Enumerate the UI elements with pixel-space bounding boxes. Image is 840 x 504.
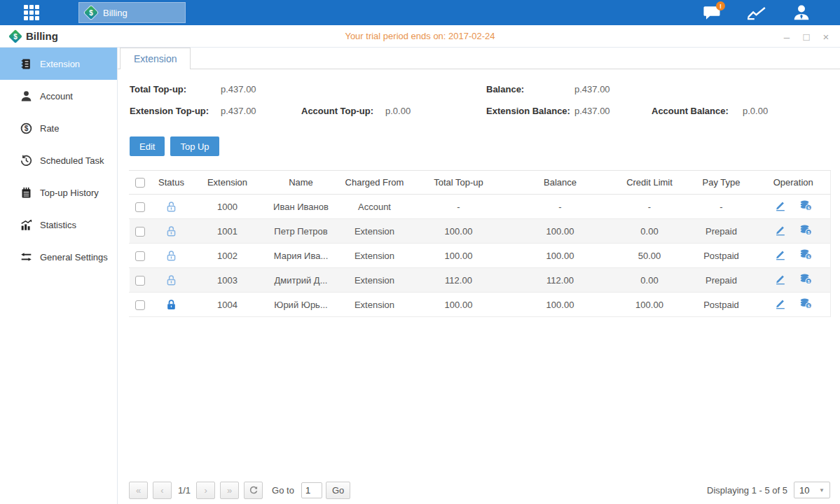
status-lock-icon	[165, 249, 177, 260]
account-topup-label: Account Top-up:	[301, 106, 373, 116]
taskbar-tab-billing[interactable]: $ Billing	[78, 2, 186, 23]
svg-text:$: $	[808, 254, 811, 259]
cell-name: Юрий Юрь...	[263, 293, 340, 317]
statistics-topbar-icon[interactable]	[746, 4, 767, 22]
sidebar-item-general-settings[interactable]: General Settings	[0, 241, 117, 273]
svg-text:$: $	[25, 125, 29, 132]
row-checkbox[interactable]	[135, 251, 145, 261]
cell-total-topup: 100.00	[410, 219, 508, 244]
column-header-operation: Operation	[757, 171, 831, 195]
cell-name: Иван Иванов	[263, 195, 340, 219]
extension-icon	[20, 58, 32, 70]
sidebar-item-rate[interactable]: $ Rate	[0, 112, 117, 144]
statistics-icon	[20, 219, 32, 231]
cell-charged-from: Extension	[340, 268, 410, 293]
cell-extension: 1003	[193, 268, 263, 293]
user-account-icon[interactable]	[791, 4, 812, 22]
cell-balance: -	[508, 195, 613, 219]
column-header-pay-type: Pay Type	[687, 171, 757, 195]
sidebar-item-statistics[interactable]: Statistics	[0, 209, 117, 241]
taskbar-tab-label: Billing	[103, 8, 128, 18]
account-balance-label: Account Balance:	[652, 106, 729, 116]
cell-pay-type: Prepaid	[687, 268, 757, 293]
close-icon[interactable]: ×	[820, 31, 832, 43]
tab-extension[interactable]: Extension	[120, 48, 191, 69]
topup-row-icon[interactable]: $	[799, 224, 812, 236]
cell-balance: 100.00	[508, 244, 613, 268]
edit-row-icon[interactable]	[774, 298, 787, 309]
next-page-button[interactable]: ›	[196, 482, 215, 499]
apps-grid-icon[interactable]	[24, 5, 49, 20]
minimize-icon[interactable]: –	[781, 31, 792, 43]
select-all-checkbox[interactable]	[135, 178, 145, 188]
topup-row-icon[interactable]: $	[799, 298, 812, 309]
extension-topup-value: p.437.00	[221, 106, 256, 116]
sidebar-item-topup-history[interactable]: Top-up History	[0, 176, 117, 209]
extension-table-body: 1000 Иван Иванов Account - - - -	[130, 195, 831, 317]
edit-row-icon[interactable]	[774, 273, 787, 285]
column-header-balance: Balance	[508, 171, 613, 195]
cell-credit-limit: 0.00	[613, 219, 687, 244]
refresh-button[interactable]	[244, 482, 263, 499]
sidebar-item-label: Scheduled Task	[40, 155, 104, 166]
page-size-select[interactable]: 10 ▼	[794, 482, 830, 498]
extension-balance-label: Extension Balance:	[486, 106, 570, 116]
edit-row-icon[interactable]	[774, 200, 787, 211]
goto-label: Go to	[272, 485, 294, 496]
svg-text:$: $	[808, 303, 811, 308]
row-checkbox[interactable]	[135, 227, 145, 237]
topup-row-icon[interactable]: $	[799, 273, 812, 285]
cell-extension: 1002	[193, 244, 263, 268]
last-page-button[interactable]: »	[220, 482, 239, 499]
cell-total-topup: 100.00	[410, 293, 508, 317]
cell-charged-from: Extension	[340, 293, 410, 317]
scheduled-task-icon	[20, 155, 32, 167]
first-page-button[interactable]: «	[129, 482, 148, 499]
cell-balance: 100.00	[508, 293, 613, 317]
table-header-row: Status Extension Name Charged From Total…	[130, 171, 831, 195]
row-checkbox[interactable]	[135, 276, 145, 286]
cell-pay-type: Postpaid	[687, 293, 757, 317]
tab-strip: Extension	[118, 48, 840, 69]
balance-label: Balance:	[486, 84, 524, 94]
edit-button[interactable]: Edit	[130, 136, 165, 156]
status-lock-icon	[165, 274, 177, 284]
cell-pay-type: -	[687, 195, 757, 219]
topup-row-icon[interactable]: $	[799, 200, 812, 211]
maximize-icon[interactable]: □	[801, 31, 812, 43]
cell-credit-limit: 100.00	[613, 293, 687, 317]
account-topup-value: p.0.00	[385, 106, 411, 116]
extension-topup-label: Extension Top-up:	[130, 106, 209, 116]
row-checkbox[interactable]	[135, 300, 145, 310]
goto-page-input[interactable]	[301, 482, 322, 498]
topup-history-icon	[20, 187, 32, 199]
cell-pay-type: Prepaid	[687, 219, 757, 244]
cell-name: Петр Петров	[263, 219, 340, 244]
cell-credit-limit: 50.00	[613, 244, 687, 268]
cell-extension: 1000	[193, 195, 263, 219]
edit-row-icon[interactable]	[774, 224, 787, 236]
row-checkbox[interactable]	[135, 202, 145, 212]
sidebar-item-label: Account	[40, 91, 73, 102]
total-topup-label: Total Top-up:	[130, 84, 186, 94]
status-lock-icon	[165, 298, 177, 309]
column-header-credit-limit: Credit Limit	[613, 171, 687, 195]
topup-row-icon[interactable]: $	[799, 248, 812, 260]
cell-balance: 112.00	[508, 268, 613, 293]
go-button[interactable]: Go	[326, 482, 350, 499]
cell-total-topup: -	[410, 195, 508, 219]
sidebar-item-label: Statistics	[40, 220, 76, 230]
topup-button[interactable]: Top Up	[170, 136, 219, 156]
prev-page-button[interactable]: ‹	[153, 482, 172, 499]
top-taskbar: $ Billing !	[0, 0, 840, 25]
svg-text:$: $	[808, 279, 811, 284]
sidebar-item-scheduled-task[interactable]: Scheduled Task	[0, 144, 117, 176]
sidebar-item-account[interactable]: Account	[0, 80, 117, 112]
sidebar-item-extension[interactable]: Extension	[0, 48, 117, 80]
extension-balance-value: p.437.00	[574, 106, 610, 116]
sidebar: Extension Account $ Rate Scheduled Task	[0, 48, 118, 504]
pagination-bar: « ‹ 1/1 › » Go to Go Displaying 1 - 5 of…	[129, 480, 830, 500]
messages-icon[interactable]: !	[701, 4, 722, 22]
cell-extension: 1004	[193, 293, 263, 317]
edit-row-icon[interactable]	[774, 248, 787, 260]
